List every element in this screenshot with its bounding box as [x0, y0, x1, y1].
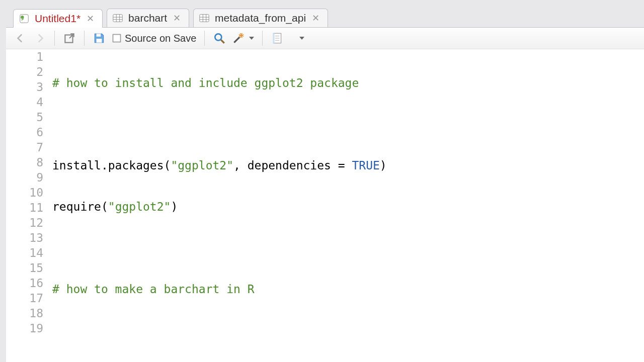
- divider: [84, 31, 85, 46]
- line-number: 13: [6, 230, 43, 245]
- close-icon[interactable]: ✕: [86, 13, 95, 24]
- table-icon: [112, 13, 123, 24]
- code-text: TRUE: [352, 159, 379, 172]
- line-number: 12: [6, 215, 43, 230]
- svg-rect-15: [113, 35, 121, 42]
- line-number: 19: [6, 321, 43, 336]
- svg-point-18: [240, 34, 243, 36]
- editor-window: Untitled1* ✕ barchart ✕ metadata_from_ap…: [0, 0, 644, 362]
- code-text: install.packages(: [52, 159, 171, 172]
- line-number: 3: [6, 79, 43, 95]
- line-number: 2: [6, 64, 43, 79]
- line-number: 7: [6, 140, 43, 155]
- close-icon[interactable]: ✕: [311, 13, 320, 24]
- svg-point-1: [21, 16, 24, 19]
- tab-barchart[interactable]: barchart ✕: [107, 9, 189, 27]
- svg-point-16: [215, 34, 222, 40]
- chevron-down-icon: [249, 37, 254, 40]
- divider: [262, 31, 263, 46]
- save-button[interactable]: [91, 30, 108, 47]
- code-area[interactable]: # how to install and include ggplot2 pac…: [52, 49, 644, 362]
- compile-report-button[interactable]: [269, 30, 286, 47]
- code-text: ): [380, 159, 387, 172]
- svg-rect-7: [200, 15, 209, 22]
- line-number: 1: [6, 49, 43, 64]
- code-text: require(: [52, 200, 108, 213]
- tab-untitled1[interactable]: Untitled1* ✕: [13, 9, 103, 28]
- tab-metadata[interactable]: metadata_from_api ✕: [193, 9, 328, 27]
- line-number: 17: [6, 291, 43, 306]
- tab-bar: Untitled1* ✕ barchart ✕ metadata_from_ap…: [6, 0, 644, 27]
- tab-title: metadata_from_api: [215, 12, 306, 24]
- code-tools-button[interactable]: [230, 30, 256, 47]
- table-icon: [199, 13, 210, 24]
- svg-rect-2: [113, 15, 122, 22]
- popout-button[interactable]: [61, 30, 78, 47]
- line-number: 10: [6, 185, 43, 200]
- gutter: 1 2 3 4 5 6 7 8 9 10 11 12 13 14 15 16 1…: [6, 49, 52, 362]
- line-number: 16: [6, 276, 43, 291]
- close-icon[interactable]: ✕: [172, 13, 182, 24]
- line-number: 9: [6, 170, 43, 185]
- svg-line-17: [221, 40, 225, 43]
- svg-rect-14: [97, 39, 102, 43]
- line-number: 14: [6, 245, 43, 260]
- code-text: , dependencies =: [233, 159, 352, 172]
- tab-title: Untitled1*: [35, 13, 80, 25]
- svg-rect-23: [273, 33, 275, 43]
- source-on-save-checkbox[interactable]: Source on Save: [110, 30, 198, 47]
- line-number: 11: [6, 200, 43, 215]
- code-text: ): [171, 200, 178, 213]
- code-editor[interactable]: 1 2 3 4 5 6 7 8 9 10 11 12 13 14 15 16 1…: [6, 49, 644, 362]
- toolbar: Source on Save: [6, 27, 644, 49]
- code-text: "ggplot2": [108, 200, 171, 213]
- line-number: 6: [6, 125, 43, 140]
- back-button[interactable]: [12, 30, 29, 47]
- find-button[interactable]: [211, 30, 228, 47]
- tab-title: barchart: [128, 12, 167, 24]
- line-number: 18: [6, 306, 43, 321]
- svg-rect-0: [20, 15, 29, 23]
- more-button[interactable]: [293, 30, 310, 47]
- svg-rect-13: [97, 34, 101, 36]
- code-text: # how to install and include ggplot2 pac…: [52, 76, 359, 89]
- divider: [54, 31, 55, 46]
- script-icon: [19, 13, 30, 24]
- chevron-down-icon: [299, 37, 304, 40]
- line-number: 8: [6, 155, 43, 170]
- source-on-save-label: Source on Save: [125, 33, 196, 44]
- line-number: 4: [6, 95, 43, 110]
- code-text: # how to make a barchart in R: [52, 283, 255, 296]
- code-text: "ggplot2": [171, 159, 233, 172]
- line-number: 15: [6, 260, 43, 276]
- line-number: 5: [6, 110, 43, 125]
- divider: [204, 31, 205, 46]
- forward-button[interactable]: [31, 30, 48, 47]
